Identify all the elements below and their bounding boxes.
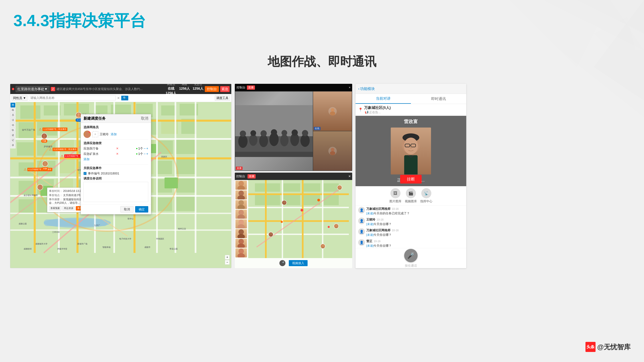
remove-agent-badge[interactable]: ✕ [88,131,91,133]
search-type-dropdown[interactable]: 同性员 ▼ [12,95,28,101]
mid-map-close-btn[interactable]: ✕ [348,174,351,178]
nearby-resources-btn[interactable]: 周边资源 [62,206,75,211]
remove-resource-1-btn[interactable]: ✕ [116,147,118,150]
video-label-qa: 视频图库 [405,199,417,203]
tools-button[interactable]: 调度工具 [215,95,230,101]
agent-grid-item-2 [236,190,247,199]
tab-current-talk[interactable]: 当前对讲 [356,94,411,104]
dec-resource-1-btn[interactable]: − [144,147,146,150]
side-tool-activity[interactable]: 员 [10,113,15,117]
search-input[interactable] [29,95,116,100]
modal-header: 新建调度任务 取消 [81,114,151,123]
svg-rect-168 [255,183,265,192]
svg-text:锦州立交: 锦州立交 [178,228,186,230]
side-tool-stats[interactable]: 录 [10,143,15,148]
add-agent-link[interactable]: 添加 [111,132,117,136]
modal-close-btn[interactable]: 取消 [141,116,148,121]
svg-rect-70 [58,102,60,253]
search-clear-icon[interactable]: ✕ [117,96,120,100]
hangup-btn[interactable]: 挂断 [400,175,422,184]
quick-action-command[interactable]: 📡 指挥中心 [420,188,432,203]
svg-rect-42 [18,181,34,194]
chat-msg-3: 👤 万象城社区网格师 10-16 [未读]今天你去哪？ [358,228,464,237]
confirm-btn[interactable]: 确定 [135,206,148,213]
zoom-controls: + − [225,255,230,265]
caller-name: 雷政富 [356,118,466,125]
search-button[interactable]: 🔍 [121,96,128,100]
cancel-btn[interactable]: 取消 [120,206,134,213]
svg-rect-69 [34,102,36,253]
command-icon: 📡 [421,188,431,198]
svg-point-119 [38,188,42,190]
stat-grid: 网格 1256人 [179,84,190,95]
zoom-out-btn[interactable]: − [225,260,230,265]
svg-point-113 [77,115,80,118]
side-tool-officer[interactable]: 格 [10,108,15,112]
svg-point-121 [85,135,90,138]
svg-text:成都纺织: 成都纺织 [24,248,32,250]
dec-resource-2-btn[interactable]: − [144,152,146,156]
event-checkbox[interactable]: ✓ [84,172,86,175]
svg-rect-177 [324,195,339,205]
map-search-bar: 同性员 ▼ ✕ 🔍 调度工具 [10,94,231,102]
video-close-btn[interactable]: × [349,86,350,89]
side-tool-more[interactable]: 轨 [10,128,15,133]
video-cell-3 [313,131,352,171]
svg-point-149 [238,210,244,215]
right-panel: ‹ 功能模块 当前对讲 即时通讯 📍 万象城社区(5人) 📢 正在告... [356,84,466,268]
svg-point-182 [328,226,330,228]
svg-point-142 [330,151,335,155]
side-tool-track[interactable]: 活 [10,118,15,122]
incident-1[interactable]: ⚠ 1.太升南路7号，民生事件 [39,127,68,131]
zoom-in-btn[interactable]: + [225,255,230,260]
right-tabs: 当前对讲 即时通讯 [356,94,466,104]
mid-map-body [248,180,352,258]
msg-sender-2: 王晓玲 [366,218,375,222]
video-live-btn[interactable]: 直播 [247,85,255,90]
location-icon: 📍 [358,108,363,112]
svg-point-135 [282,130,287,136]
location-dropdown[interactable]: 红里路街道办事处▼ [16,86,50,92]
svg-rect-75 [156,102,158,253]
map-person-2[interactable]: 刘鑫 [41,133,47,143]
mid-map-toolbar: 控制台 直播 ✕ [235,173,352,180]
map-person-3[interactable]: 刘静 [42,161,48,170]
footer-mic-btn[interactable]: 🎤 [280,260,286,266]
svg-text:电子科技大学: 电子科技大学 [119,238,131,240]
task-desc-textarea[interactable] [84,182,148,202]
mid-live-btn[interactable]: 直播 [248,174,256,178]
svg-rect-161 [248,207,349,208]
incident-3[interactable]: ⚠ 3.太升南路1号，民生事件 [49,147,78,151]
tab-current-talk-label: 当前对讲 [376,96,390,101]
svg-rect-41 [176,159,196,174]
emergency-btn[interactable]: 紧急 [220,86,230,92]
svg-rect-40 [157,161,172,174]
svg-point-120 [86,131,89,135]
side-tool-record[interactable]: 动 [10,123,15,128]
agent-row: ✕ + 王晓玲 添加 [84,131,148,138]
remove-resource-2-btn[interactable]: ✕ [116,152,118,156]
view-plan-btn[interactable]: 查看预案 [49,206,62,211]
video-toolbar: 控制台 直播 × [235,84,352,91]
side-tool-event[interactable]: 记 [10,138,15,143]
inc-resource-1-btn[interactable]: + [146,147,148,150]
side-tool-grid[interactable]: 网 [10,103,15,107]
map-person-4[interactable] [37,184,43,190]
tab-instant-msg[interactable]: 即时通讯 [411,94,466,104]
quick-action-video[interactable]: 🎬 视频图库 [405,188,417,203]
msg-time-2: 10-16 [377,218,384,221]
svg-point-143 [238,181,244,186]
side-tool-history[interactable]: 迹 [10,133,15,138]
add-agent-btn[interactable]: + [92,131,98,137]
svg-point-199 [410,147,412,149]
speaking-text: 正在告... [369,110,381,114]
inc-resource-2-btn[interactable]: + [146,152,148,156]
svg-rect-162 [248,220,349,222]
back-btn[interactable]: ‹ 功能模块 [358,86,375,91]
svg-point-189 [270,233,272,235]
big-mic-btn[interactable]: 🎤 [404,249,418,262]
control-btn[interactable]: 控制台 [205,86,219,92]
add-resource-btn[interactable]: 添加 [84,157,90,161]
footer-action-btn[interactable]: 视频接入 [289,260,308,266]
quick-action-photo[interactable]: 🖼 图片图库 [390,188,402,203]
